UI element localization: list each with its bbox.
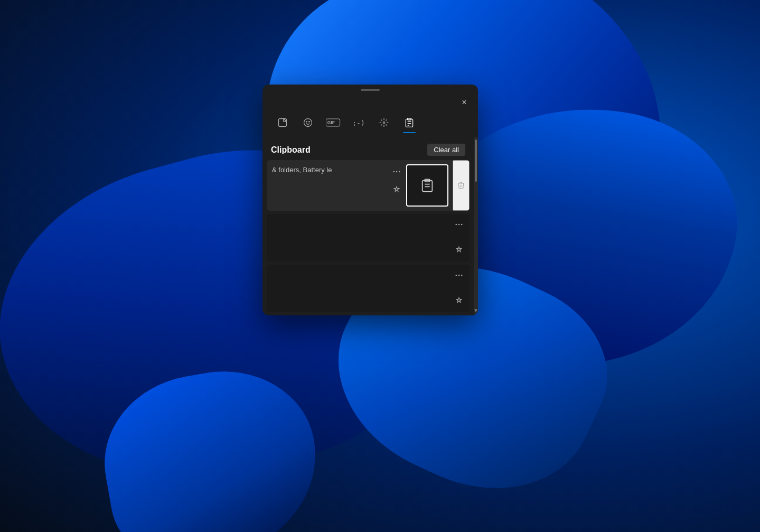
- panel-drag-handle[interactable]: [262, 85, 478, 93]
- clip-pin-2[interactable]: [452, 242, 466, 257]
- svg-rect-0: [279, 119, 287, 127]
- clipboard-item-1: & folders, Battery le: [267, 160, 470, 211]
- svg-point-15: [396, 171, 398, 173]
- clipboard-item-3[interactable]: [267, 265, 470, 312]
- close-button[interactable]: ×: [457, 95, 472, 110]
- svg-point-1: [304, 119, 312, 127]
- emoji-clipboard-panel: × GIF: [262, 85, 478, 315]
- svg-point-3: [309, 122, 310, 123]
- clip-more-options-2[interactable]: [452, 217, 466, 232]
- panel-body: Clipboard Clear all & folders, Battery l…: [262, 137, 478, 315]
- svg-point-14: [393, 171, 395, 173]
- section-title: Clipboard: [271, 145, 311, 155]
- tab-kaomoji[interactable]: ;-): [347, 114, 370, 133]
- svg-point-23: [461, 224, 463, 226]
- clip-actions-2: [452, 217, 466, 257]
- tab-bar: GIF ;-): [262, 114, 478, 137]
- clip-preview-1[interactable]: [406, 164, 448, 207]
- tab-clipboard[interactable]: [398, 114, 421, 133]
- svg-point-22: [458, 224, 460, 226]
- clipboard-item-2[interactable]: [267, 214, 470, 262]
- tab-gif[interactable]: GIF: [322, 114, 345, 133]
- clip-pin-1[interactable]: [389, 182, 404, 197]
- clear-all-button[interactable]: Clear all: [427, 144, 465, 156]
- clipboard-section-header: Clipboard Clear all: [267, 137, 470, 160]
- clip-actions-1: [387, 160, 406, 211]
- svg-point-6: [383, 122, 384, 123]
- scrollbar-thumb[interactable]: [475, 139, 477, 182]
- clip-text-1: & folders, Battery le: [272, 165, 382, 175]
- clip-actions-3: [452, 268, 466, 308]
- kaomoji-icon-label: ;-): [352, 119, 364, 127]
- clip-text-area-1[interactable]: & folders, Battery le: [267, 160, 387, 211]
- clip-delete-1[interactable]: [453, 160, 470, 211]
- svg-point-25: [458, 275, 460, 276]
- drag-bar: [361, 89, 380, 91]
- svg-point-2: [306, 122, 307, 123]
- tab-symbols[interactable]: [372, 114, 396, 133]
- svg-point-26: [461, 275, 463, 276]
- tab-emoji[interactable]: [296, 114, 320, 133]
- scrollbar-track[interactable]: ▼: [474, 137, 478, 315]
- clip-more-options-1[interactable]: [389, 164, 404, 179]
- svg-point-21: [455, 224, 457, 226]
- tab-stickers[interactable]: [271, 114, 294, 133]
- svg-text:GIF: GIF: [327, 120, 335, 125]
- clip-pin-3[interactable]: [452, 293, 466, 308]
- clipboard-content[interactable]: Clipboard Clear all & folders, Battery l…: [262, 137, 474, 315]
- panel-header: ×: [262, 93, 478, 114]
- svg-point-24: [455, 275, 457, 276]
- svg-point-16: [399, 171, 400, 173]
- clip-more-options-3[interactable]: [452, 268, 466, 283]
